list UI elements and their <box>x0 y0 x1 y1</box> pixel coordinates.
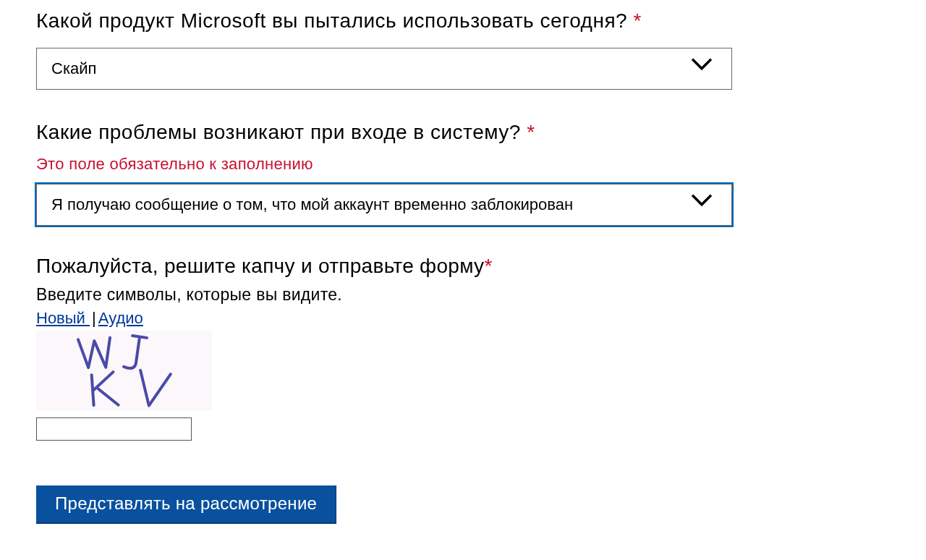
captcha-audio-link[interactable]: Аудио <box>98 309 143 327</box>
submit-button[interactable]: Представлять на рассмотрение <box>36 485 336 524</box>
product-question-text: Какой продукт Microsoft вы пытались испо… <box>36 9 627 32</box>
chevron-down-icon <box>690 57 713 77</box>
product-select-value: Скайп <box>51 59 96 78</box>
required-mark: * <box>527 121 535 143</box>
captcha-image <box>36 331 212 410</box>
product-question-label: Какой продукт Microsoft вы пытались испо… <box>36 7 890 35</box>
problem-select[interactable]: Я получаю сообщение о том, что мой аккау… <box>36 184 732 226</box>
submit-button-label: Представлять на рассмотрение <box>55 493 317 513</box>
problem-error-message: Это поле обязательно к заполнению <box>36 155 890 174</box>
captcha-input[interactable] <box>36 417 192 441</box>
required-mark: * <box>484 255 492 277</box>
chevron-down-icon <box>690 192 713 213</box>
problem-select-value: Я получаю сообщение о том, что мой аккау… <box>51 195 573 214</box>
captcha-label: Пожалуйста, решите капчу и отправьте фор… <box>36 255 890 278</box>
captcha-divider: | <box>90 309 98 328</box>
captcha-subtext: Введите символы, которые вы видите. <box>36 285 890 305</box>
product-select[interactable]: Скайп <box>36 48 732 90</box>
captcha-block: Пожалуйста, решите капчу и отправьте фор… <box>36 255 890 441</box>
problem-question-block: Какие проблемы возникают при входе в сис… <box>36 119 890 226</box>
problem-question-label: Какие проблемы возникают при входе в сис… <box>36 119 890 146</box>
product-question-block: Какой продукт Microsoft вы пытались испо… <box>36 7 890 90</box>
problem-question-text: Какие проблемы возникают при входе в сис… <box>36 121 521 143</box>
captcha-new-link[interactable]: Новый <box>36 309 90 327</box>
captcha-links: Новый | Аудио <box>36 309 890 328</box>
captcha-label-text: Пожалуйста, решите капчу и отправьте фор… <box>36 255 484 277</box>
required-mark: * <box>633 9 641 32</box>
